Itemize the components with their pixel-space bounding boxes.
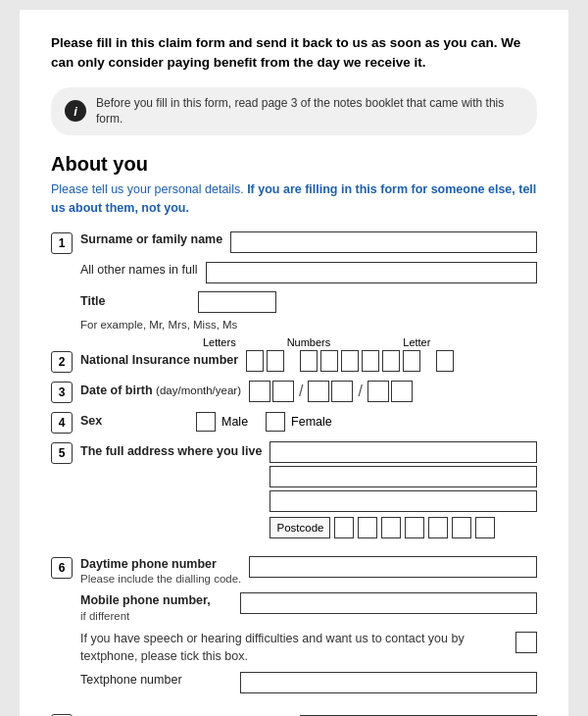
ni-n3[interactable] [341, 350, 359, 372]
dob-year2[interactable] [391, 381, 413, 402]
sex-female-option: Female [266, 412, 332, 432]
ni-l2[interactable] [267, 350, 284, 372]
pc-4[interactable] [405, 517, 424, 538]
mobile-sublabel: if different [80, 610, 232, 622]
sex-options: Male Female [196, 412, 332, 432]
postcode-row: Postcode [270, 517, 537, 538]
ni-n5[interactable] [382, 350, 400, 372]
title-row: Title [80, 291, 537, 313]
q1-number: 1 [51, 232, 73, 254]
dob-month2[interactable] [331, 381, 353, 402]
pc-1[interactable] [334, 517, 354, 538]
ni-n6[interactable] [403, 350, 420, 372]
dob-boxes: / / [249, 381, 413, 402]
sex-label: Sex [80, 413, 188, 431]
dob-day[interactable] [249, 381, 270, 402]
ni-l1[interactable] [246, 350, 264, 372]
ni-numbers-label: Numbers [287, 336, 331, 348]
textphone-tick-box[interactable] [515, 632, 537, 653]
title-example: For example, Mr, Mrs, Miss, Ms [80, 319, 537, 331]
phone-sublabel: Please include the dialling code. [80, 573, 241, 585]
address-label: The full address where you live [80, 441, 262, 461]
textphone-number-row: Textphone number [80, 672, 537, 693]
q1-row: 1 Surname or family name [51, 231, 537, 254]
sex-number-badge: 4 [51, 412, 73, 434]
phone-number-badge: 6 [51, 557, 73, 579]
address-line-1[interactable] [270, 441, 537, 463]
ni-number-badge: 2 [51, 351, 73, 373]
q1-label: Surname or family name [80, 231, 222, 249]
textphone-tick-row: If you have speech or hearing difficulti… [80, 630, 537, 667]
mobile-input[interactable] [240, 592, 537, 614]
dob-sep1: / [296, 383, 306, 400]
dob-day2[interactable] [272, 381, 294, 402]
sex-male-label: Male [221, 415, 248, 429]
address-block: Postcode [270, 441, 537, 538]
info-box: i Before you fill in this form, read pag… [51, 87, 537, 136]
sex-female-label: Female [291, 415, 332, 429]
dob-year1[interactable] [368, 381, 389, 402]
pc-6[interactable] [452, 517, 471, 538]
ni-n1[interactable] [300, 350, 318, 372]
textphone-input[interactable] [240, 672, 537, 693]
section-title: About you [51, 153, 537, 176]
dob-month[interactable] [308, 381, 329, 402]
sex-row: 4 Sex Male Female [51, 411, 537, 434]
sex-female-box[interactable] [266, 412, 285, 432]
pc-3[interactable] [381, 517, 401, 538]
address-row: 5 The full address where you live Postco… [51, 441, 537, 538]
dob-row: 3 Date of birth (day/month/year) / / [51, 381, 537, 403]
ni-n4[interactable] [362, 350, 379, 372]
address-line-2[interactable] [270, 466, 537, 487]
postcode-label: Postcode [270, 517, 330, 538]
ni-letter-label: Letter [403, 336, 430, 348]
ni-n2[interactable] [320, 350, 338, 372]
dob-label: Date of birth (day/month/year) [80, 383, 241, 400]
section-intro-normal: Please tell us your personal details. [51, 182, 247, 196]
textphone-text: If you have speech or hearing difficulti… [80, 630, 508, 667]
q1-input[interactable] [230, 231, 537, 253]
pc-5[interactable] [428, 517, 448, 538]
other-names-label: All other names in full [80, 262, 198, 280]
mobile-row: Mobile phone number, if different [80, 592, 537, 622]
info-icon: i [65, 100, 86, 122]
mobile-label-block: Mobile phone number, if different [80, 592, 232, 622]
ni-letters-label: Letters [203, 336, 236, 348]
ni-header: Letters Numbers Letter [203, 336, 537, 348]
ni-label: National Insurance number [80, 352, 238, 370]
dob-number-badge: 3 [51, 382, 73, 403]
other-names-row: All other names in full [80, 262, 537, 283]
pc-2[interactable] [358, 517, 377, 538]
phone-row: 6 Daytime phone number Please include th… [51, 556, 537, 586]
info-box-text: Before you fill in this form, read page … [96, 95, 523, 128]
mobile-label: Mobile phone number, [80, 592, 232, 610]
title-label: Title [80, 293, 188, 311]
sex-male-option: Male [196, 412, 248, 432]
title-input[interactable] [198, 291, 276, 313]
form-page: Please fill in this claim form and send … [20, 10, 568, 716]
phone-label-block: Daytime phone number Please include the … [80, 556, 241, 586]
ni-let[interactable] [436, 350, 454, 372]
textphone-label: Textphone number [80, 672, 232, 690]
address-number-badge: 5 [51, 442, 73, 464]
address-line-3[interactable] [270, 490, 537, 512]
phone-input[interactable] [249, 556, 537, 578]
dob-sep2: / [355, 383, 365, 400]
ni-boxes [246, 350, 454, 372]
other-names-input[interactable] [206, 262, 537, 283]
phone-label: Daytime phone number [80, 556, 241, 574]
ni-row: 2 National Insurance number [51, 350, 537, 373]
intro-text: Please fill in this claim form and send … [51, 33, 537, 74]
sex-male-box[interactable] [196, 412, 216, 432]
pc-7[interactable] [475, 517, 495, 538]
section-intro: Please tell us your personal details. If… [51, 180, 537, 218]
